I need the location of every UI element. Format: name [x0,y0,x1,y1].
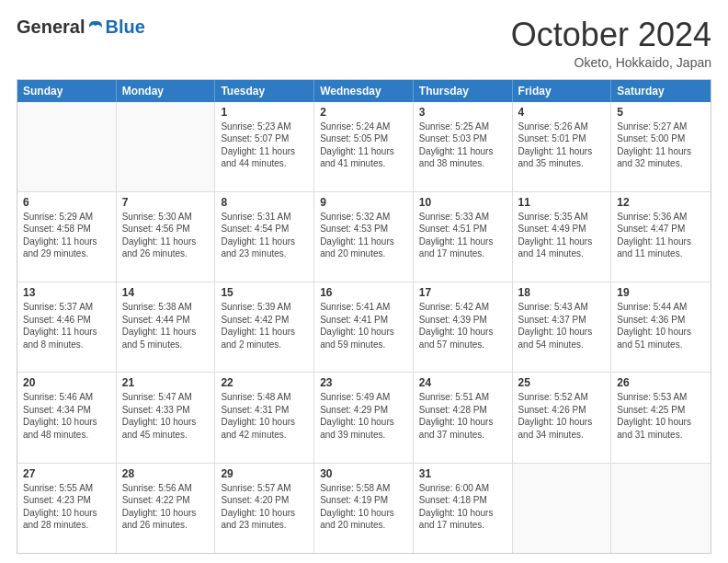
calendar-cell: 18Sunrise: 5:43 AM Sunset: 4:37 PM Dayli… [513,282,612,372]
calendar-cell: 26Sunrise: 5:53 AM Sunset: 4:25 PM Dayli… [611,373,711,462]
calendar-header: SundayMondayTuesdayWednesdayThursdayFrid… [17,80,711,102]
day-number: 14 [122,286,210,299]
calendar-cell: 23Sunrise: 5:49 AM Sunset: 4:29 PM Dayli… [314,373,414,462]
calendar-header-monday: Monday [117,80,216,102]
header: General Blue October 2024 Oketo, Hokkaid… [17,17,711,70]
day-number: 24 [419,376,506,389]
cell-info: Sunrise: 5:30 AM Sunset: 4:56 PM Dayligh… [122,211,210,260]
day-number: 30 [320,467,407,480]
cell-info: Sunrise: 5:48 AM Sunset: 4:31 PM Dayligh… [221,391,308,441]
cell-info: Sunrise: 5:39 AM Sunset: 4:42 PM Dayligh… [221,301,308,350]
calendar-row-1: 1Sunrise: 5:23 AM Sunset: 5:07 PM Daylig… [17,102,711,191]
day-number: 11 [518,196,606,209]
cell-info: Sunrise: 5:56 AM Sunset: 4:22 PM Dayligh… [122,482,210,532]
cell-info: Sunrise: 5:49 AM Sunset: 4:29 PM Dayligh… [320,391,407,441]
calendar-cell: 17Sunrise: 5:42 AM Sunset: 4:39 PM Dayli… [414,282,513,372]
calendar-cell: 2Sunrise: 5:24 AM Sunset: 5:05 PM Daylig… [314,102,414,191]
calendar-cell: 11Sunrise: 5:35 AM Sunset: 4:49 PM Dayli… [513,192,612,282]
calendar-cell: 29Sunrise: 5:57 AM Sunset: 4:20 PM Dayli… [215,464,314,553]
day-number: 7 [122,196,210,209]
day-number: 28 [122,467,210,480]
calendar-cell: 9Sunrise: 5:32 AM Sunset: 4:53 PM Daylig… [314,192,414,282]
cell-info: Sunrise: 5:24 AM Sunset: 5:05 PM Dayligh… [320,121,407,170]
logo-general-text: General [17,17,85,38]
day-number: 26 [617,376,705,389]
calendar-cell: 8Sunrise: 5:31 AM Sunset: 4:54 PM Daylig… [215,192,314,282]
calendar-cell: 30Sunrise: 5:58 AM Sunset: 4:19 PM Dayli… [314,464,414,553]
cell-info: Sunrise: 5:43 AM Sunset: 4:37 PM Dayligh… [518,301,606,350]
day-number: 27 [23,467,110,480]
day-number: 18 [518,286,606,299]
logo: General Blue [17,17,145,38]
calendar-cell: 3Sunrise: 5:25 AM Sunset: 5:03 PM Daylig… [414,102,513,191]
day-number: 3 [419,106,506,119]
day-number: 5 [617,106,705,119]
day-number: 12 [617,196,705,209]
calendar-cell: 10Sunrise: 5:33 AM Sunset: 4:51 PM Dayli… [414,192,513,282]
calendar-cell: 22Sunrise: 5:48 AM Sunset: 4:31 PM Dayli… [215,373,314,462]
cell-info: Sunrise: 5:55 AM Sunset: 4:23 PM Dayligh… [23,482,110,532]
calendar-cell [117,102,216,191]
calendar-cell: 16Sunrise: 5:41 AM Sunset: 4:41 PM Dayli… [314,282,414,372]
calendar-cell: 1Sunrise: 5:23 AM Sunset: 5:07 PM Daylig… [215,102,314,191]
day-number: 9 [320,196,407,209]
cell-info: Sunrise: 5:35 AM Sunset: 4:49 PM Dayligh… [518,211,606,260]
calendar-cell: 14Sunrise: 5:38 AM Sunset: 4:44 PM Dayli… [117,282,216,372]
calendar-cell: 24Sunrise: 5:51 AM Sunset: 4:28 PM Dayli… [414,373,513,462]
cell-info: Sunrise: 5:31 AM Sunset: 4:54 PM Dayligh… [221,211,308,260]
cell-info: Sunrise: 5:42 AM Sunset: 4:39 PM Dayligh… [419,301,506,350]
cell-info: Sunrise: 5:52 AM Sunset: 4:26 PM Dayligh… [518,391,606,441]
day-number: 23 [320,376,407,389]
page: General Blue October 2024 Oketo, Hokkaid… [0,0,728,563]
calendar-cell: 13Sunrise: 5:37 AM Sunset: 4:46 PM Dayli… [17,282,117,372]
day-number: 20 [23,376,110,389]
cell-info: Sunrise: 5:32 AM Sunset: 4:53 PM Dayligh… [320,211,407,260]
calendar-cell: 7Sunrise: 5:30 AM Sunset: 4:56 PM Daylig… [117,192,216,282]
calendar-cell: 25Sunrise: 5:52 AM Sunset: 4:26 PM Dayli… [513,373,612,462]
cell-info: Sunrise: 5:53 AM Sunset: 4:25 PM Dayligh… [617,391,705,441]
calendar-row-2: 6Sunrise: 5:29 AM Sunset: 4:58 PM Daylig… [17,191,711,282]
calendar-cell: 31Sunrise: 6:00 AM Sunset: 4:18 PM Dayli… [414,464,513,553]
day-number: 13 [23,286,110,299]
cell-info: Sunrise: 5:33 AM Sunset: 4:51 PM Dayligh… [419,211,506,260]
logo-blue-text: Blue [105,17,144,38]
cell-info: Sunrise: 5:38 AM Sunset: 4:44 PM Dayligh… [122,301,210,350]
calendar-cell [17,102,117,191]
calendar: SundayMondayTuesdayWednesdayThursdayFrid… [17,79,711,554]
cell-info: Sunrise: 5:29 AM Sunset: 4:58 PM Dayligh… [23,211,110,260]
cell-info: Sunrise: 5:44 AM Sunset: 4:36 PM Dayligh… [617,301,705,350]
location: Oketo, Hokkaido, Japan [511,55,711,70]
cell-info: Sunrise: 5:57 AM Sunset: 4:20 PM Dayligh… [221,482,308,532]
day-number: 1 [221,106,308,119]
day-number: 16 [320,286,407,299]
calendar-cell: 27Sunrise: 5:55 AM Sunset: 4:23 PM Dayli… [17,464,117,553]
title-area: October 2024 Oketo, Hokkaido, Japan [511,17,711,70]
calendar-header-thursday: Thursday [414,80,513,102]
cell-info: Sunrise: 5:36 AM Sunset: 4:47 PM Dayligh… [617,211,705,260]
cell-info: Sunrise: 5:51 AM Sunset: 4:28 PM Dayligh… [419,391,506,441]
calendar-cell: 6Sunrise: 5:29 AM Sunset: 4:58 PM Daylig… [17,192,117,282]
cell-info: Sunrise: 5:27 AM Sunset: 5:00 PM Dayligh… [617,121,705,170]
day-number: 19 [617,286,705,299]
cell-info: Sunrise: 5:26 AM Sunset: 5:01 PM Dayligh… [518,121,606,170]
day-number: 29 [221,467,308,480]
day-number: 8 [221,196,308,209]
cell-info: Sunrise: 5:25 AM Sunset: 5:03 PM Dayligh… [419,121,506,170]
logo-bird-icon [86,18,105,37]
calendar-cell: 15Sunrise: 5:39 AM Sunset: 4:42 PM Dayli… [215,282,314,372]
calendar-cell: 4Sunrise: 5:26 AM Sunset: 5:01 PM Daylig… [513,102,612,191]
calendar-row-4: 20Sunrise: 5:46 AM Sunset: 4:34 PM Dayli… [17,372,711,462]
cell-info: Sunrise: 6:00 AM Sunset: 4:18 PM Dayligh… [419,482,506,532]
cell-info: Sunrise: 5:47 AM Sunset: 4:33 PM Dayligh… [122,391,210,441]
calendar-row-5: 27Sunrise: 5:55 AM Sunset: 4:23 PM Dayli… [17,463,711,553]
day-number: 2 [320,106,407,119]
calendar-cell: 28Sunrise: 5:56 AM Sunset: 4:22 PM Dayli… [117,464,216,553]
calendar-header-friday: Friday [513,80,612,102]
month-title: October 2024 [511,17,711,53]
calendar-header-saturday: Saturday [611,80,711,102]
calendar-cell: 5Sunrise: 5:27 AM Sunset: 5:00 PM Daylig… [611,102,711,191]
day-number: 10 [419,196,506,209]
cell-info: Sunrise: 5:58 AM Sunset: 4:19 PM Dayligh… [320,482,407,532]
cell-info: Sunrise: 5:41 AM Sunset: 4:41 PM Dayligh… [320,301,407,350]
calendar-cell: 12Sunrise: 5:36 AM Sunset: 4:47 PM Dayli… [611,192,711,282]
